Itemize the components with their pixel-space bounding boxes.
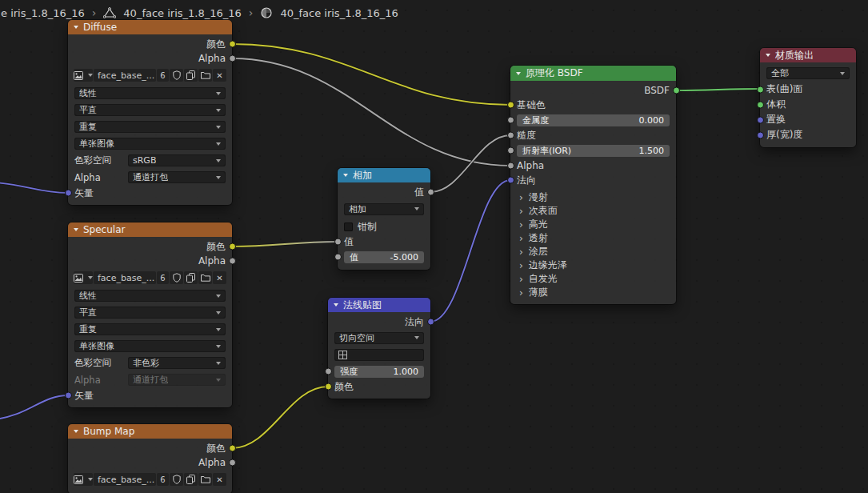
node-header[interactable]: 法线贴图 (328, 298, 430, 312)
panel-diffuse[interactable]: 漫射 (510, 190, 676, 204)
node-header[interactable]: Specular (68, 222, 232, 237)
socket-color-output[interactable] (229, 41, 236, 48)
target-row: 全部 (760, 65, 856, 82)
socket-basecolor-input[interactable] (507, 102, 514, 109)
panel-sheen[interactable]: 边缘光泽 (510, 259, 676, 272)
node-principled-bsdf[interactable]: 原理化 BSDF BSDF 基础色 金属度 0.000 糙度 折射率(IOR) … (510, 66, 676, 304)
socket-vector-input[interactable] (65, 190, 72, 197)
image-name-field[interactable]: face_base_... (94, 69, 156, 82)
socket-ior-input[interactable] (507, 147, 514, 154)
extension-select[interactable]: 重复 (74, 121, 226, 133)
collapse-chevron-icon[interactable] (334, 303, 338, 307)
source-select[interactable]: 单张图像 (74, 138, 226, 150)
socket-thickness-input[interactable] (757, 131, 764, 138)
duplicate-data-button[interactable] (184, 473, 198, 486)
ior-slider[interactable]: 折射率(IOR) 1.500 (517, 145, 670, 157)
socket-alpha-output[interactable] (229, 258, 236, 265)
node-header[interactable]: 材质输出 (760, 48, 856, 62)
node-header[interactable]: Bump Map (68, 424, 232, 439)
image-name-field[interactable]: face_base_... (94, 473, 156, 486)
open-image-button[interactable] (198, 69, 212, 82)
uv-map-field[interactable] (334, 349, 424, 361)
image-users-count[interactable]: 6 (157, 69, 169, 82)
breadcrumb-item[interactable]: e iris_1.8_16_16 (1, 7, 85, 19)
unlink-button[interactable] (213, 271, 226, 284)
node-specular[interactable]: Specular 颜色 Alpha face_base_... 6 线性 平直 (68, 222, 232, 407)
fake-user-button[interactable] (170, 69, 183, 82)
colorspace-select[interactable]: sRGB (128, 154, 226, 166)
space-select[interactable]: 切向空间 (334, 332, 424, 344)
breadcrumb-item[interactable]: 40_face iris_1.8_16_16 (123, 7, 241, 19)
image-users-count[interactable]: 6 (157, 473, 169, 486)
collapse-chevron-icon[interactable] (766, 54, 770, 57)
collapse-chevron-icon[interactable] (74, 228, 78, 231)
image-browse-button[interactable] (74, 473, 93, 486)
source-select[interactable]: 单张图像 (74, 340, 226, 352)
collapse-chevron-icon[interactable] (74, 430, 78, 433)
fake-user-button[interactable] (170, 271, 183, 284)
panel-specular[interactable]: 高光 (510, 218, 676, 231)
breadcrumb-item[interactable]: 40_face iris_1.8_16_16 (280, 7, 398, 19)
socket-color-output[interactable] (229, 243, 236, 251)
socket-strength-input[interactable] (325, 368, 332, 375)
collapse-chevron-icon[interactable] (516, 72, 521, 75)
interpolation-select[interactable]: 线性 (74, 290, 226, 302)
alpha-mode-select[interactable]: 通道打包 (128, 374, 226, 386)
socket-color-output[interactable] (229, 445, 236, 452)
socket-vector-input[interactable] (65, 392, 72, 399)
socket-normal-input[interactable] (507, 177, 514, 184)
socket-alpha-input[interactable] (507, 162, 514, 170)
strength-slider[interactable]: 强度 1.000 (334, 366, 424, 378)
clamp-checkbox[interactable] (344, 222, 353, 231)
socket-alpha-output[interactable] (229, 459, 236, 467)
projection-select[interactable]: 平直 (74, 307, 226, 319)
duplicate-data-button[interactable] (184, 69, 198, 82)
socket-value-input[interactable] (334, 254, 342, 261)
panel-transmission[interactable]: 透射 (510, 231, 676, 245)
image-browse-button[interactable] (74, 69, 93, 82)
target-select[interactable]: 全部 (766, 67, 850, 79)
open-image-button[interactable] (198, 271, 212, 284)
image-name-field[interactable]: face_base_... (94, 271, 156, 284)
panel-emission[interactable]: 自发光 (510, 272, 676, 286)
collapse-chevron-icon[interactable] (343, 174, 348, 177)
node-math-add[interactable]: 相加 值 相加 钳制 值 值 -5.000 (338, 168, 430, 270)
node-normal-map[interactable]: 法线贴图 法向 切向空间 强度 1.000 颜色 (328, 298, 430, 399)
unlink-button[interactable] (213, 69, 226, 82)
panel-subsurface[interactable]: 次表面 (510, 204, 676, 218)
colorspace-select[interactable]: 非色彩 (128, 357, 226, 369)
collapse-chevron-icon[interactable] (74, 26, 78, 29)
metallic-slider[interactable]: 金属度 0.000 (517, 114, 670, 126)
operation-select[interactable]: 相加 (344, 203, 424, 215)
extension-select[interactable]: 重复 (74, 323, 226, 335)
socket-metallic-input[interactable] (507, 117, 514, 124)
socket-volume-input[interactable] (757, 101, 764, 108)
open-image-button[interactable] (198, 473, 212, 486)
socket-surface-input[interactable] (757, 86, 764, 93)
socket-alpha-output[interactable] (229, 55, 236, 62)
fake-user-button[interactable] (170, 473, 183, 486)
node-diffuse[interactable]: Diffuse 颜色 Alpha face_base_... 6 线性 平直 (68, 20, 232, 205)
socket-roughness-input[interactable] (507, 132, 514, 139)
unlink-button[interactable] (213, 473, 226, 486)
value-slider[interactable]: 值 -5.000 (344, 251, 424, 263)
socket-normal-output[interactable] (427, 319, 434, 326)
interpolation-select[interactable]: 线性 (74, 87, 226, 99)
node-header[interactable]: 相加 (338, 168, 430, 182)
socket-color-input[interactable] (325, 383, 332, 391)
alpha-mode-select[interactable]: 通道打包 (128, 171, 226, 183)
node-material-output[interactable]: 材质输出 全部 表(曲)面 体积 置换 厚(宽)度 (760, 48, 856, 147)
image-id-row: face_base_... 6 (68, 66, 232, 85)
socket-displacement-input[interactable] (757, 116, 764, 123)
panel-thin-film[interactable]: 薄膜 (510, 286, 676, 299)
panel-coat[interactable]: 涂层 (510, 245, 676, 259)
node-bump-map[interactable]: Bump Map 颜色 Alpha face_base_... 6 (68, 424, 232, 493)
image-users-count[interactable]: 6 (157, 271, 169, 284)
socket-value-input[interactable] (334, 238, 342, 246)
image-browse-button[interactable] (74, 271, 93, 284)
node-header[interactable]: 原理化 BSDF (510, 66, 676, 81)
duplicate-data-button[interactable] (184, 271, 198, 284)
socket-value-output[interactable] (427, 189, 434, 196)
projection-select[interactable]: 平直 (74, 104, 226, 116)
socket-bsdf-output[interactable] (673, 87, 680, 94)
